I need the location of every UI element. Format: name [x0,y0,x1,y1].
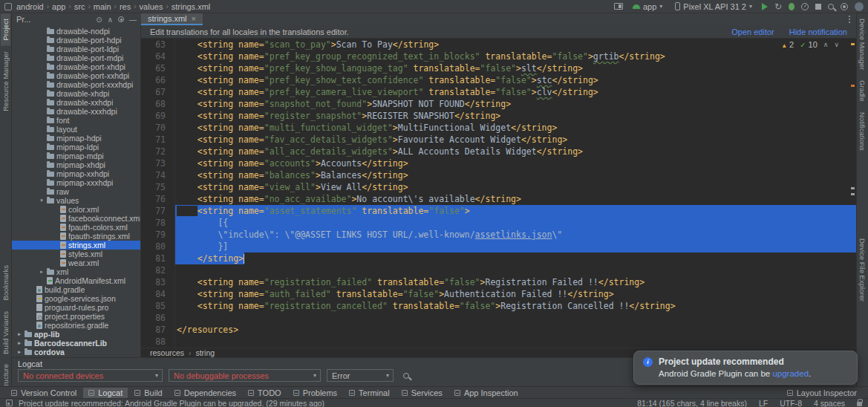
code-line[interactable]: 76 <string name="no_acc_availabe">No acc… [141,193,856,205]
tree-item[interactable]: drawable-port-hdpi [12,36,140,45]
collapse-all-icon[interactable]: ∧ [108,16,113,24]
code-line[interactable]: 71 <string name="fav_acc_details_widgets… [141,134,856,146]
tree-item[interactable]: fpauth-strings.xml [12,232,140,241]
code-line[interactable]: 63 <string name="scan_to_pay">Scan To Pa… [141,39,856,51]
breadcrumb-item[interactable]: main [94,2,111,11]
tool-window-button-app-inspection[interactable]: App Inspection [449,388,523,398]
tree-item[interactable]: mipmap-hdpi [12,134,140,143]
logcat-filter-dropdown[interactable]: No debuggable processes▾ [169,369,321,382]
tree-item[interactable]: project.properties [12,312,140,321]
code-line[interactable]: 79 \"include\": \"@@ASSET LINKS HOST URL… [141,229,856,241]
lock-icon[interactable] [857,402,862,406]
tree-item[interactable]: raw [12,187,140,196]
error-stripe[interactable] [851,39,855,348]
tab-strings-xml[interactable]: strings.xml × [141,13,203,25]
code-line[interactable]: 65 <string name="pref_key_show_language_… [141,62,856,74]
logcat-filter-dropdown[interactable]: Error▾ [327,369,394,382]
tool-strip-tab-device-file-explorer[interactable]: Device File Explorer [858,233,867,307]
tool-strip-tab-bookmarks[interactable]: Bookmarks [1,260,10,306]
tool-strip-tab-resource-manager[interactable]: Resource Manager [1,46,10,117]
stripe-warning-mark[interactable] [851,85,855,87]
tree-item[interactable]: styles.xml [12,250,140,258]
update-notification-popup[interactable]: i Project update recommended Android Gra… [633,351,858,385]
code-line[interactable]: 82 [141,264,856,276]
logcat-search-input[interactable] [413,371,619,380]
profiler-icon[interactable] [801,3,809,10]
avatar[interactable] [855,2,864,11]
tool-window-button-build[interactable]: Build [129,388,167,398]
tree-item[interactable]: drawable-nodpi [12,27,140,36]
tree-item[interactable]: wear.xml [12,258,140,267]
tree-item[interactable]: mipmap-ldpi [12,143,140,152]
code-line[interactable]: 69 <string name="register_snapshot">REGI… [141,110,856,122]
tree-item[interactable]: drawable-port-mdpi [12,53,140,62]
device-select[interactable]: Pixel XL API 31 2 ▾ [672,2,755,11]
hide-notification-link[interactable]: Hide notification [789,27,847,36]
hide-panel-icon[interactable]: — [129,16,137,24]
code-line[interactable]: 78 [{ [141,217,856,229]
breadcrumb-item[interactable]: src [74,2,85,11]
code-line[interactable]: 64 <string name="pref_key_group_recogniz… [141,51,856,62]
status-segment[interactable]: 4 spaces [814,399,845,407]
stripe-selection-mark[interactable] [851,187,855,189]
code-line[interactable]: 75 <string name="view_all">View All</str… [141,181,856,193]
tool-strip-tab-build-variants[interactable]: Build Variants [1,306,10,359]
tree-item[interactable]: facebookconnect.xml [12,214,140,223]
stripe-warning-mark[interactable] [851,43,855,45]
editor[interactable]: 63 <string name="scan_to_pay">Scan To Pa… [141,39,856,348]
breadcrumb-item[interactable]: app [52,2,65,11]
tree-item[interactable]: drawable-port-ldpi [12,45,140,53]
code-line[interactable]: 73 <string name="accounts">Accounts</str… [141,157,856,169]
status-segment[interactable]: UTF-8 [780,399,802,407]
tree-item[interactable]: drawable-xxxhdpi [12,107,140,116]
tool-window-button-todo[interactable]: TODO [243,388,287,398]
tool-window-button-dependencies[interactable]: Dependencies [169,388,241,398]
editor-breadcrumb-item[interactable]: resources [150,348,184,357]
tree-item[interactable]: mipmap-xhdpi [12,160,140,169]
main-menu-icon[interactable] [4,3,12,10]
code-line[interactable]: 66 <string name="pref_key_show_text_conf… [141,74,856,86]
tool-window-button-services[interactable]: Services [397,388,448,398]
status-segment[interactable]: LF [759,399,768,407]
code-line[interactable]: 83 <string name="registration_failed" tr… [141,276,856,288]
device-mirror-icon[interactable] [614,3,623,10]
stripe-selection-mark[interactable] [851,193,855,195]
chevron-right-icon[interactable]: ▸ [16,349,22,355]
status-segment[interactable]: 81:14 (165 chars, 4 line breaks) [637,399,747,407]
chevron-right-icon[interactable]: ▸ [16,340,22,346]
run-button[interactable] [762,3,768,10]
tree-item[interactable]: layout [12,125,140,134]
tree-item[interactable]: ▸app-lib [12,330,140,339]
open-editor-link[interactable]: Open editor [731,27,774,36]
tree-item[interactable]: color.xml [12,205,140,214]
code-line[interactable]: 80 }] [141,241,856,253]
tool-window-button-version-control[interactable]: Version Control [6,388,82,398]
inspections-widget[interactable]: ▲2 ✓10 ∧ ∨ [777,40,843,49]
tree-item[interactable]: drawable-xhdpi [12,89,140,98]
tool-window-button-layout-inspector[interactable]: Layout Inspector [782,388,862,398]
tree-item[interactable]: ▸xml [12,267,140,276]
code-line[interactable]: 67 <string name="pref_key_camera_live_vi… [141,86,856,98]
kebab-menu-icon[interactable] [849,19,850,20]
code-line[interactable]: 77 <string name="asset_statements" trans… [141,205,856,217]
stop-button[interactable] [815,4,821,10]
tree-item[interactable]: repositories.gradle [12,321,140,330]
tree-item[interactable]: drawable-xxhdpi [12,98,140,107]
tree-item[interactable]: ▾values [12,196,140,205]
tree-item[interactable]: AndroidManifest.xml [12,276,140,285]
code-line[interactable]: 86 [141,312,856,324]
close-icon[interactable]: × [192,14,196,23]
tool-window-button-terminal[interactable]: Terminal [344,388,395,398]
upgrade-link[interactable]: upgraded [772,369,809,378]
code-line[interactable]: 74 <string name="balances">Balances</str… [141,169,856,181]
tree-item[interactable]: mipmap-mdpi [12,152,140,160]
locate-icon[interactable]: ⊙ [96,16,102,24]
code-line[interactable]: 88 [141,336,856,348]
tree-item[interactable]: drawable-port-xxxhdpi [12,80,140,89]
code-line[interactable]: 84 <string name="auth_failed" translatab… [141,288,856,300]
tree-item[interactable]: ▸cordova [12,348,140,356]
tree-item[interactable]: build.gradle [12,285,140,294]
tree-item[interactable]: ▸BarcodescannerLib [12,339,140,348]
prev-issue-icon[interactable]: ∧ [823,41,829,48]
breadcrumb-item[interactable]: strings.xml [172,2,211,11]
